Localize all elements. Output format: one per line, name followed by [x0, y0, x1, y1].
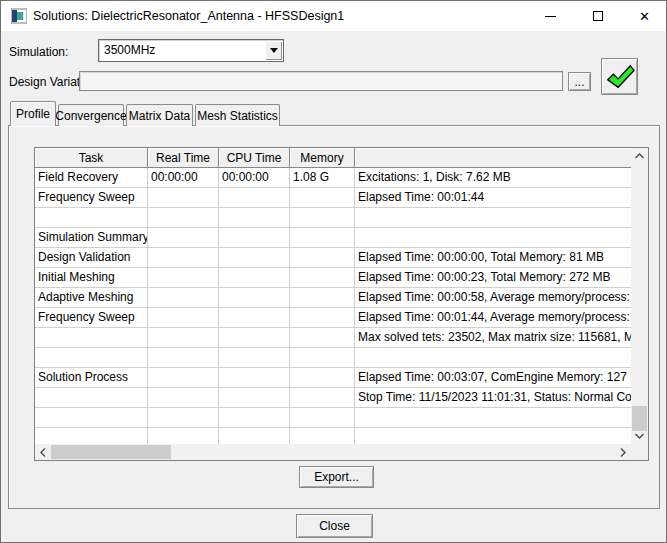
cell-info: Stop Time: 11/15/2023 11:01:31, Status: …: [355, 388, 631, 408]
cell-info: [355, 408, 631, 428]
design-variation-input[interactable]: [79, 71, 563, 91]
cell-memory: [290, 288, 355, 308]
column-header: CPU Time: [219, 148, 290, 168]
cell-cpu_time: [219, 248, 290, 268]
cell-info: [355, 208, 631, 228]
cell-memory: [290, 188, 355, 208]
cell-memory: [290, 388, 355, 408]
cell-memory: [290, 268, 355, 288]
window-title: Solutions: DielectricResonator_Antenna -…: [33, 9, 344, 23]
cell-cpu_time: [219, 288, 290, 308]
cell-real_time: [148, 388, 219, 408]
cell-memory: [290, 208, 355, 228]
tab-profile[interactable]: Profile: [10, 101, 56, 126]
cell-task: Frequency Sweep: [35, 188, 148, 208]
cell-real_time: [148, 228, 219, 248]
horizontal-scrollbar[interactable]: [35, 444, 631, 460]
cell-info: [355, 228, 631, 248]
cell-cpu_time: [219, 268, 290, 288]
table-row: Simulation Summary: [35, 228, 631, 248]
cell-real_time: [148, 268, 219, 288]
cell-memory: [290, 368, 355, 388]
export-button[interactable]: Export...: [299, 466, 374, 488]
cell-task: Simulation Summary: [35, 228, 148, 248]
cell-info: Elapsed Time: 00:00:58, Average memory/p…: [355, 288, 631, 308]
cell-memory: [290, 228, 355, 248]
cell-real_time: [148, 368, 219, 388]
scroll-left-button[interactable]: [35, 444, 51, 460]
titlebar-close-button[interactable]: ✕: [622, 1, 667, 31]
cell-memory: [290, 348, 355, 368]
simulation-value: 3500MHz: [104, 43, 155, 57]
profile-grid-header: TaskReal TimeCPU TimeMemory: [35, 148, 631, 168]
browse-button[interactable]: ...: [568, 72, 591, 91]
close-button[interactable]: Close: [296, 514, 373, 538]
cell-real_time: [148, 188, 219, 208]
cell-memory: [290, 408, 355, 428]
cell-cpu_time: [219, 408, 290, 428]
simulation-combobox[interactable]: 3500MHz: [98, 39, 284, 62]
cell-info: Elapsed Time: 00:00:00, Total Memory: 81…: [355, 248, 631, 268]
minimize-button[interactable]: [528, 1, 573, 31]
cell-info: [355, 348, 631, 368]
table-row: Field Recovery00:00:0000:00:001.08 GExci…: [35, 168, 631, 188]
cell-cpu_time: [219, 308, 290, 328]
scroll-up-button[interactable]: [631, 148, 648, 164]
cell-task: [35, 348, 148, 368]
maximize-icon: [593, 11, 603, 21]
chevron-down-icon: [270, 48, 278, 53]
table-row: [35, 208, 631, 228]
vertical-scrollbar[interactable]: [631, 148, 648, 444]
cell-memory: [290, 248, 355, 268]
cell-cpu_time: [219, 388, 290, 408]
cell-real_time: [148, 428, 219, 444]
profile-grid: TaskReal TimeCPU TimeMemory Field Recove…: [35, 148, 631, 444]
cell-real_time: [148, 308, 219, 328]
solutions-dialog: Solutions: DielectricResonator_Antenna -…: [0, 0, 667, 543]
cell-cpu_time: [219, 348, 290, 368]
chevron-down-icon: [635, 433, 644, 439]
close-icon: ✕: [639, 10, 650, 23]
horizontal-scroll-thumb[interactable]: [51, 445, 171, 459]
tab-mesh-statistics[interactable]: Mesh Statistics: [195, 104, 280, 126]
cell-info: Elapsed Time: 00:01:44, Average memory/p…: [355, 308, 631, 328]
tab-convergence[interactable]: Convergence: [58, 104, 124, 126]
cell-task: Frequency Sweep: [35, 308, 148, 328]
cell-task: Adaptive Meshing: [35, 288, 148, 308]
cell-task: [35, 408, 148, 428]
cell-real_time: [148, 348, 219, 368]
table-row: Frequency SweepElapsed Time: 00:01:44, A…: [35, 308, 631, 328]
cell-cpu_time: 00:00:00: [219, 168, 290, 188]
app-window-icon: [11, 8, 27, 24]
chevron-up-icon: [635, 153, 644, 159]
scroll-right-button[interactable]: [615, 444, 631, 460]
cell-task: Initial Meshing: [35, 268, 148, 288]
scroll-down-button[interactable]: [631, 428, 648, 444]
cell-info: [355, 428, 631, 444]
table-row: Stop Time: 11/15/2023 11:01:31, Status: …: [35, 388, 631, 408]
cell-memory: [290, 308, 355, 328]
column-header: [355, 148, 631, 168]
cell-real_time: [148, 208, 219, 228]
table-row: Max solved tets: 23502, Max matrix size:…: [35, 328, 631, 348]
apply-check-button[interactable]: [601, 58, 638, 95]
minimize-icon: [545, 16, 556, 17]
combo-dropdown-button[interactable]: [265, 41, 282, 60]
tab-matrix-data[interactable]: Matrix Data: [126, 104, 193, 126]
cell-cpu_time: [219, 368, 290, 388]
column-header: Real Time: [148, 148, 219, 168]
cell-real_time: 00:00:00: [148, 168, 219, 188]
cell-real_time: [148, 288, 219, 308]
cell-memory: 1.08 G: [290, 168, 355, 188]
scrollbar-corner: [631, 444, 648, 460]
cell-task: [35, 208, 148, 228]
cell-task: [35, 328, 148, 348]
cell-real_time: [148, 408, 219, 428]
table-row: [35, 408, 631, 428]
cell-cpu_time: [219, 208, 290, 228]
cell-cpu_time: [219, 188, 290, 208]
table-row: Frequency SweepElapsed Time: 00:01:44: [35, 188, 631, 208]
cell-info: Elapsed Time: 00:01:44: [355, 188, 631, 208]
maximize-button[interactable]: [575, 1, 620, 31]
cell-cpu_time: [219, 328, 290, 348]
